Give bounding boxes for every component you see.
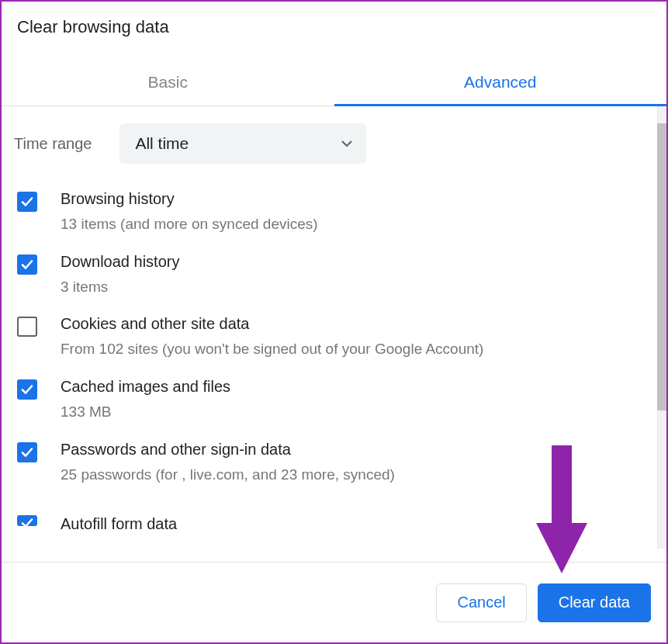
checkbox-browsing-history[interactable] <box>17 192 37 212</box>
check-icon <box>19 257 35 272</box>
option-title: Cookies and other site data <box>61 313 483 334</box>
checkbox-passwords[interactable] <box>17 442 37 462</box>
scrollbar-track[interactable] <box>657 106 666 549</box>
check-icon <box>19 515 35 526</box>
option-cached-images: Cached images and files 133 MB <box>14 365 666 428</box>
option-subtitle: 3 items <box>61 277 179 297</box>
option-title: Autofill form data <box>61 514 177 535</box>
check-icon <box>19 445 35 460</box>
dialog-footer: Cancel Clear data <box>2 562 666 642</box>
option-text: Autofill form data <box>61 514 177 535</box>
clear-browsing-data-dialog: Clear browsing data Basic Advanced Time … <box>0 0 668 644</box>
checkbox-autofill[interactable] <box>17 515 37 526</box>
cancel-button[interactable]: Cancel <box>436 583 526 622</box>
option-text: Download history 3 items <box>61 251 179 297</box>
option-title: Cached images and files <box>61 376 230 397</box>
time-range-value: All time <box>135 134 189 153</box>
option-text: Cached images and files 133 MB <box>61 376 230 422</box>
dialog-body: Time range All time Browsing history 13 … <box>2 106 666 549</box>
checkbox-cookies[interactable] <box>17 317 37 337</box>
option-title: Browsing history <box>61 189 318 209</box>
tabs: Basic Advanced <box>2 61 666 106</box>
chevron-down-icon <box>341 140 352 147</box>
option-passwords: Passwords and other sign-in data 25 pass… <box>14 428 666 491</box>
tab-basic[interactable]: Basic <box>2 61 334 106</box>
time-range-dropdown[interactable]: All time <box>119 123 366 164</box>
option-text: Passwords and other sign-in data 25 pass… <box>61 439 395 485</box>
check-icon <box>19 382 35 397</box>
checkbox-download-history[interactable] <box>17 254 37 275</box>
clear-data-button[interactable]: Clear data <box>538 583 651 622</box>
option-cookies: Cookies and other site data From 102 sit… <box>14 303 666 365</box>
option-text: Browsing history 13 items (and more on s… <box>61 189 318 234</box>
time-range-row: Time range All time <box>14 106 666 178</box>
option-subtitle: 25 passwords (for , live.com, and 23 mor… <box>61 465 395 485</box>
dialog-title: Clear browsing data <box>2 2 666 37</box>
option-autofill: Autofill form data <box>14 503 666 541</box>
option-subtitle: From 102 sites (you won't be signed out … <box>61 339 483 359</box>
check-icon <box>19 194 35 209</box>
option-browsing-history: Browsing history 13 items (and more on s… <box>14 178 666 241</box>
scrollbar-thumb[interactable] <box>657 123 666 410</box>
tab-advanced[interactable]: Advanced <box>334 61 667 106</box>
option-text: Cookies and other site data From 102 sit… <box>61 313 483 359</box>
checkbox-cached-images[interactable] <box>17 379 37 400</box>
option-download-history: Download history 3 items <box>14 241 666 303</box>
option-subtitle: 133 MB <box>61 402 230 422</box>
option-title: Passwords and other sign-in data <box>61 439 395 460</box>
option-subtitle: 13 items (and more on synced devices) <box>61 214 318 234</box>
time-range-label: Time range <box>14 135 119 153</box>
option-title: Download history <box>61 251 179 272</box>
